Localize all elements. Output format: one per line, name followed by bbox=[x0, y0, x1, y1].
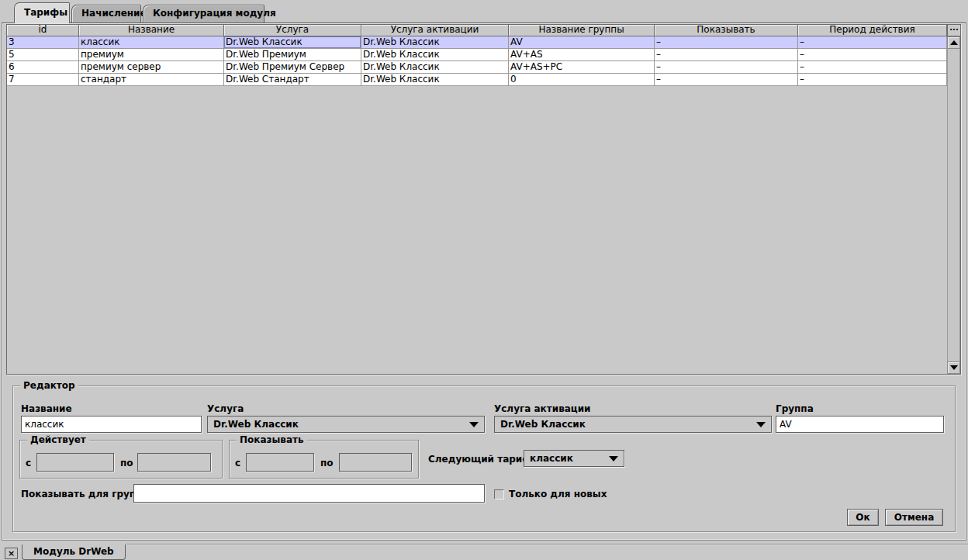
activation-service-label: Услуга активации bbox=[494, 403, 591, 414]
column-header-validity-period[interactable]: Период действия bbox=[798, 25, 947, 36]
tab-module-config[interactable]: Конфигурация модуля bbox=[143, 5, 264, 22]
table-cell[interactable]: 7 bbox=[7, 74, 79, 86]
tariffs-table: id Название Услуга Услуга активации Назв… bbox=[6, 24, 961, 375]
show-for-groups-input[interactable] bbox=[133, 484, 485, 503]
group-label: Группа bbox=[776, 403, 814, 414]
table-cell[interactable]: AV bbox=[509, 36, 655, 49]
scroll-down-icon bbox=[950, 365, 958, 370]
table-cell[interactable]: 3 bbox=[7, 36, 79, 49]
table-cell[interactable]: – bbox=[798, 36, 947, 49]
table-cell[interactable]: AV+AS bbox=[509, 49, 655, 61]
valid-to-label: по bbox=[120, 458, 133, 468]
table-cell[interactable]: 6 bbox=[7, 61, 79, 74]
column-header-service[interactable]: Услуга bbox=[224, 25, 361, 36]
close-module-button[interactable]: × bbox=[5, 548, 18, 559]
show-to-input[interactable] bbox=[339, 453, 412, 472]
chevron-down-icon bbox=[609, 456, 618, 461]
table-cell[interactable]: премиум bbox=[79, 49, 224, 61]
next-tariff-select-value: классик bbox=[530, 453, 573, 464]
activation-service-select[interactable]: Dr.Web Классик bbox=[494, 416, 772, 433]
table-cell[interactable]: – bbox=[655, 61, 798, 74]
show-from-input[interactable] bbox=[246, 453, 314, 472]
table-cell[interactable]: Dr.Web Классик bbox=[361, 49, 509, 61]
table-cell[interactable]: – bbox=[655, 36, 798, 49]
chevron-down-icon bbox=[756, 422, 766, 427]
table-cell[interactable]: – bbox=[655, 49, 798, 61]
table-cell[interactable]: 0 bbox=[509, 74, 655, 86]
scroll-up-icon bbox=[950, 40, 958, 45]
table-cell[interactable]: Dr.Web Премиум Сервер bbox=[224, 61, 361, 74]
service-select-value: Dr.Web Классик bbox=[213, 419, 299, 430]
table-cell[interactable]: Dr.Web Классик bbox=[361, 61, 509, 74]
column-header-group-name[interactable]: Название группы bbox=[509, 25, 655, 36]
valid-from-input[interactable] bbox=[36, 453, 114, 472]
scroll-up-button[interactable] bbox=[947, 36, 960, 49]
table-cell[interactable]: Dr.Web Классик bbox=[361, 36, 509, 49]
ok-button[interactable]: Ок bbox=[847, 509, 879, 526]
only-new-checkbox[interactable] bbox=[494, 489, 504, 500]
valid-to-input[interactable] bbox=[137, 453, 211, 472]
table-cell[interactable]: стандарт bbox=[79, 74, 224, 86]
table-row[interactable]: 5 премиум Dr.Web Премиум Dr.Web Классик … bbox=[7, 49, 947, 61]
name-input[interactable] bbox=[21, 416, 202, 433]
group-input[interactable] bbox=[776, 416, 944, 433]
table-cell[interactable]: Dr.Web Стандарт bbox=[224, 74, 361, 86]
table-row[interactable]: 3 классик Dr.Web Классик Dr.Web Классик … bbox=[7, 36, 947, 49]
table-cell[interactable]: 5 bbox=[7, 49, 79, 61]
bottom-tabbar-divider bbox=[126, 544, 968, 544]
table-cell[interactable]: AV+AS+PC bbox=[509, 61, 655, 74]
table-cell[interactable]: – bbox=[655, 74, 798, 86]
service-select[interactable]: Dr.Web Классик bbox=[207, 416, 485, 433]
bottom-tab-module-drweb[interactable]: Модуль DrWeb bbox=[22, 544, 126, 560]
name-label: Название bbox=[21, 403, 72, 414]
scroll-down-button[interactable] bbox=[947, 361, 960, 374]
drweb-module-window: Тарифы Начисление Конфигурация модуля id… bbox=[0, 0, 968, 560]
column-header-show[interactable]: Показывать bbox=[655, 25, 798, 36]
column-header-name[interactable]: Название bbox=[79, 25, 224, 36]
table-row[interactable]: 6 премиум сервер Dr.Web Премиум Сервер D… bbox=[7, 61, 947, 74]
next-tariff-label: Следующий тариф bbox=[428, 454, 531, 465]
table-cell[interactable]: – bbox=[798, 49, 947, 61]
table-body: 3 классик Dr.Web Классик Dr.Web Классик … bbox=[7, 36, 947, 86]
column-header-id[interactable]: id bbox=[7, 25, 79, 36]
column-header-activation-service[interactable]: Услуга активации bbox=[361, 25, 509, 36]
table-cell[interactable]: классик bbox=[79, 36, 224, 49]
table-column-options-button[interactable]: ... bbox=[947, 25, 960, 36]
activation-service-select-value: Dr.Web Классик bbox=[500, 419, 586, 430]
tab-tariffs[interactable]: Тарифы bbox=[14, 2, 70, 23]
table-cell-focused[interactable]: Dr.Web Классик bbox=[224, 36, 361, 49]
table-cell[interactable]: премиум сервер bbox=[79, 61, 224, 74]
service-label: Услуга bbox=[207, 403, 244, 414]
show-from-label: с bbox=[235, 458, 240, 468]
tab-accrual[interactable]: Начисление bbox=[71, 5, 141, 22]
show-to-label: по bbox=[320, 458, 334, 468]
next-tariff-select[interactable]: классик bbox=[524, 450, 624, 467]
table-row[interactable]: 7 стандарт Dr.Web Стандарт Dr.Web Класси… bbox=[7, 74, 947, 86]
vertical-scrollbar-track[interactable] bbox=[947, 49, 960, 361]
editor-panel-title: Редактор bbox=[20, 380, 78, 391]
table-cell[interactable]: – bbox=[798, 74, 947, 86]
show-period-group-title: Показывать bbox=[237, 434, 307, 445]
only-new-checkbox-label: Только для новых bbox=[509, 489, 607, 500]
table-header-row: id Название Услуга Услуга активации Назв… bbox=[7, 25, 947, 36]
valid-from-label: с bbox=[26, 458, 31, 468]
cancel-button[interactable]: Отмена bbox=[885, 509, 943, 526]
chevron-down-icon bbox=[469, 422, 479, 427]
table-cell[interactable]: Dr.Web Классик bbox=[361, 74, 509, 86]
table-cell[interactable]: – bbox=[798, 61, 947, 74]
valid-period-group-title: Действует bbox=[27, 434, 89, 445]
show-for-groups-label: Показывать для групп bbox=[21, 489, 142, 500]
table-cell[interactable]: Dr.Web Премиум bbox=[224, 49, 361, 61]
